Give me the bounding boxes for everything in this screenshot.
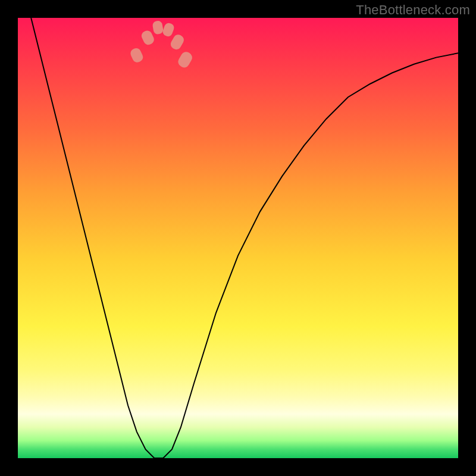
markers-group xyxy=(129,20,194,70)
curve-marker xyxy=(162,22,176,37)
curve-marker xyxy=(129,46,145,64)
bottleneck-curve xyxy=(31,18,458,458)
curve-marker xyxy=(152,20,164,35)
curve-marker xyxy=(176,50,194,70)
watermark-text: TheBottleneck.com xyxy=(356,2,470,18)
plot-area xyxy=(18,18,458,458)
chart-frame: TheBottleneck.com xyxy=(0,0,476,476)
curve-marker xyxy=(169,33,186,51)
curve-marker xyxy=(140,29,155,46)
curve-svg xyxy=(18,18,458,458)
